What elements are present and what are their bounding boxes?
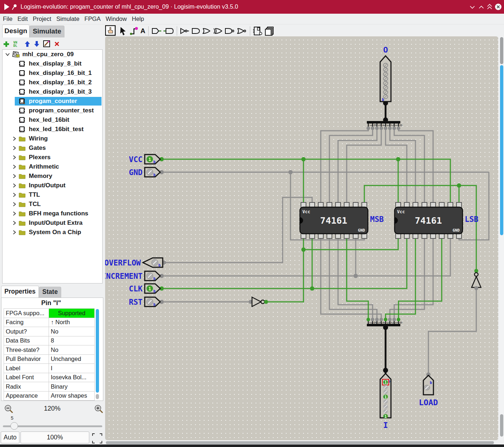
rst-pin[interactable]: b [145,297,160,307]
circuit-drawing: 7 6 5 4 3 2 1 0 7 6 5 4 3 2 1 [105,36,498,440]
overflow-pin[interactable]: b [143,258,163,267]
circuit-icon: main [19,117,26,124]
canvas-zoom-button[interactable]: 100% [21,432,89,443]
o-pin-label: O [383,45,388,54]
poke-tool-icon[interactable] [105,25,116,36]
tab-simulate[interactable]: Simulate [30,26,64,37]
table-row[interactable]: LabelI [4,364,95,373]
library-tool-icon[interactable] [265,26,275,36]
and-gate-tool-icon[interactable] [192,28,200,34]
menu-fpga[interactable]: FPGA [85,15,101,22]
maximize-icon[interactable] [478,5,485,9]
table-row[interactable]: FPGA suppo...Supported [4,309,95,318]
gnd-pin[interactable]: b [145,167,160,177]
input-pin-i[interactable]: b 1 1 1 [380,374,391,419]
tree-folder-row[interactable]: Gates [3,143,102,153]
add-vhdl-icon[interactable]: VHDL [13,41,21,47]
tree-circuit-row-selected[interactable]: progam_counter [3,97,102,106]
table-row[interactable]: Facing↑ North [4,318,95,327]
tree-project-label: mhl_cpu_zero_09 [22,51,74,58]
svg-text:5: 5 [377,322,381,323]
tree-circuit-row[interactable]: main hex_display_8_bit [3,59,102,68]
chip-74161-lsb[interactable]: Vcc 74161 GND [395,202,463,238]
move-down-icon[interactable] [34,41,40,47]
tree-circuit-row[interactable]: main hex_led_16bit [3,115,102,125]
edit-appearance-icon[interactable] [43,40,50,48]
splitter-top[interactable]: 7 6 5 4 3 2 1 0 [366,121,402,130]
chevron-right-icon [13,174,16,178]
tree-folder-row[interactable]: Plexers [3,153,102,162]
tree-project-row[interactable]: mhl_cpu_zero_09 [3,50,102,59]
not-gate-load[interactable] [472,269,481,290]
add-circuit-icon[interactable] [3,41,9,47]
menu-simulate[interactable]: Simulate [56,15,79,22]
table-row[interactable]: Output?No [4,327,95,336]
menu-file[interactable]: File [3,15,13,22]
table-row[interactable]: RadixBinary [4,382,95,392]
properties-scrollbar-end[interactable] [96,394,99,399]
tab-properties[interactable]: Properties [1,286,39,298]
tree-circuit-row[interactable]: main program_counter_test [3,106,102,115]
or-gate-tool-icon[interactable] [202,28,211,34]
auto-button[interactable]: Auto [1,432,19,443]
keep-above-icon[interactable] [486,4,494,10]
splitter-bottom[interactable]: 7 6 5 4 3 2 1 0 [366,318,402,326]
xor-gate-tool-icon[interactable] [213,28,222,34]
delete-circuit-icon[interactable] [54,41,60,47]
close-icon[interactable] [495,3,503,10]
minimize-icon[interactable] [469,5,476,9]
horizontal-scrollbar-thumb[interactable] [106,441,494,444]
vcc-pin[interactable]: 1 b [145,155,160,164]
clk-pin[interactable]: 1 b [145,284,160,293]
tree-folder-row[interactable]: System On a Chip [3,228,102,237]
wiring-tool-icon[interactable] [130,26,138,36]
tree-folder-row[interactable]: BFH mega functions [3,209,102,218]
output-pin-o[interactable]: b [380,56,391,102]
menu-edit[interactable]: Edit [18,15,28,22]
tab-state[interactable]: State [39,287,61,298]
tree-circuit-row[interactable]: main hex_display_16_bit_2 [3,78,102,87]
tree-folder-row[interactable]: TTL [3,190,102,200]
tab-design[interactable]: Design [2,24,30,37]
zoom-slider-handle[interactable] [10,422,18,430]
vertical-scrollbar-segment[interactable] [500,37,503,64]
menu-window[interactable]: Window [106,15,127,22]
menu-project[interactable]: Project [33,15,51,22]
table-row[interactable]: Data Bits8 [4,336,95,345]
input-pin-tool-icon[interactable] [152,28,162,34]
properties-scrollbar[interactable] [96,309,99,393]
tree-folder-row[interactable]: Input/Output Extra [3,218,102,228]
chip-74161-msb[interactable]: Vcc 74161 GND [300,202,368,238]
tree-folder-row[interactable]: Input/Output [3,181,102,190]
vertical-scrollbar-segment[interactable] [500,414,503,437]
tree-folder-row[interactable]: Arithmetic [3,162,102,171]
title-bar[interactable]: Logisim-evolution: progam_counter of mhl… [0,0,504,14]
vertical-scrollbar-thumb[interactable] [500,65,503,235]
nand-gate-tool-icon[interactable] [225,28,235,34]
wires-off[interactable] [162,128,489,375]
menu-help[interactable]: Help [132,15,144,22]
edit-tool-icon[interactable] [118,26,128,36]
tree-folder-row[interactable]: TCL [3,200,102,209]
tree-circuit-row[interactable]: main hex_display_16_bit_1 [3,68,102,78]
output-pin-tool-icon[interactable] [163,28,174,34]
tree-folder-row[interactable]: Wiring [3,134,102,143]
zoom-in-icon[interactable] [94,404,104,414]
text-tool-icon[interactable]: A [140,27,145,35]
tree-circuit-row[interactable]: main hex_display_16_bit_3 [3,87,102,97]
not-gate-tool-icon[interactable] [180,28,189,34]
increment-pin[interactable]: b [145,271,160,281]
table-row[interactable]: Label FontIosevka Bol... [4,373,95,382]
table-row[interactable]: Pull BehaviorUnchanged [4,354,95,364]
move-up-icon[interactable] [24,41,30,47]
nor-gate-tool-icon[interactable] [237,28,247,34]
add-subcircuit-tool-icon[interactable] [253,26,262,36]
not-gate-rst[interactable] [249,297,268,307]
selection-frame-icon[interactable] [92,433,103,444]
table-row[interactable]: Three-state?No [4,345,95,355]
table-row[interactable]: AppearanceArrow shapes [4,391,95,401]
zoom-out-icon[interactable] [4,404,14,414]
tree-circuit-row[interactable]: main hex_led_16bit_test [3,125,102,134]
tree-folder-row[interactable]: Memory [3,171,102,181]
load-pin[interactable]: b [423,375,433,395]
